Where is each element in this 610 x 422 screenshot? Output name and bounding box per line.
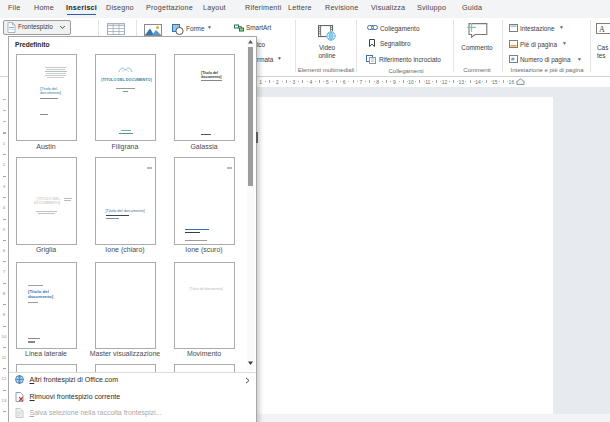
- svg-text:A: A: [599, 25, 605, 34]
